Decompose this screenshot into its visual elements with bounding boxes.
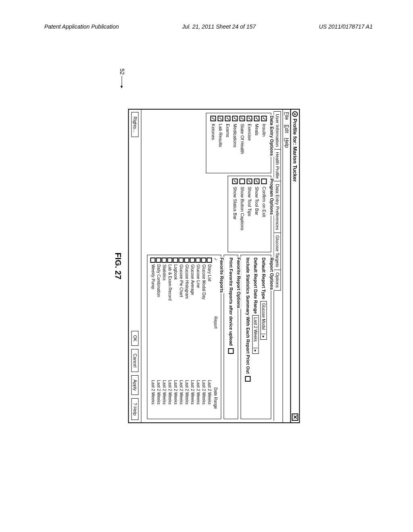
favorite-report-checkbox[interactable] [150, 258, 156, 263]
tab-glucose-targets[interactable]: Glucose Targets [274, 233, 281, 270]
callout-52: 52 [119, 69, 125, 88]
favorite-report-row: Glucose Modal DayLast 2 Weeks [201, 258, 206, 416]
favorite-report-row: StatisticsLast 2 Weeks [162, 258, 167, 416]
program-options-group: Program Options Confirm on ExitShow Tool… [228, 176, 271, 252]
print-after-upload-checkbox[interactable] [228, 348, 234, 354]
favorite-report-range: Last 2 Weeks [156, 380, 161, 416]
favorite-report-name: Glucose Pie Chart [179, 264, 184, 378]
favorite-report-range: Last 2 Weeks [190, 380, 195, 416]
menu-edit[interactable]: Edit [284, 125, 290, 133]
favorite-report-name: Diary List [207, 264, 212, 378]
apply-button[interactable]: Apply [131, 375, 139, 395]
report-options-title: Report Options [269, 257, 274, 291]
data-entry-2-checkbox[interactable] [247, 116, 252, 121]
data-entry-3-label: State Of Health [240, 124, 245, 154]
menu-file[interactable]: File [284, 112, 290, 120]
favorite-report-range: Last 2 Weeks [173, 380, 178, 416]
favorite-report-range: Last 2 Weeks [196, 380, 200, 416]
program-option-2-checkbox[interactable] [247, 179, 252, 184]
default-report-type-combo[interactable]: Glucose Modal ▸ [261, 301, 267, 340]
favorite-report-range: Last 2 Weeks [168, 380, 172, 416]
tab-options[interactable]: Options [274, 270, 281, 291]
close-button[interactable]: ✕ [292, 414, 298, 421]
dropdown-arrow-icon: ▸ [261, 334, 266, 339]
favorite-report-name: Weekly Pump [151, 264, 155, 378]
data-entry-3-checkbox[interactable] [240, 116, 245, 121]
favorite-report-row: Glucose AverageLast 2 Weeks [190, 258, 195, 416]
default-report-range-combo[interactable]: Last 2 Weeks ▸ [252, 315, 259, 354]
program-options-title: Program Options [269, 178, 274, 216]
rights-button[interactable]: Rights... [131, 112, 139, 137]
program-option-4-checkbox[interactable] [232, 179, 238, 184]
options-panel: Data Entry Options InsulinMealsExerciseS… [143, 111, 274, 421]
pub-center: Jul. 21, 2011 Sheet 24 of 157 [182, 23, 256, 30]
report-options-group: Report Options Default Report Type Gluco… [241, 255, 271, 419]
data-entry-5-checkbox[interactable] [225, 116, 231, 121]
figure-caption: FIG. 27 [113, 85, 123, 447]
favorite-report-checkbox[interactable] [184, 258, 190, 263]
titlebar: a Profile for: Marion Tucker ✕ [290, 110, 299, 422]
favorite-report-range: Last 2 Weeks [151, 380, 155, 416]
favorite-report-range: Last 2 Weeks [162, 380, 167, 416]
favorite-report-checkbox[interactable] [173, 258, 178, 263]
tab-health-profile[interactable]: Health Profile [274, 149, 281, 181]
favorite-report-range: Last 2 Weeks [185, 380, 189, 416]
favorite-report-row: Diary ListLast 2 Weeks [207, 258, 212, 416]
favorite-report-checkbox[interactable] [196, 258, 201, 263]
favorite-report-row: Weekly PumpLast 2 Weeks [150, 258, 156, 416]
favorite-reports-title: Favorite Reports [219, 257, 224, 293]
favorite-report-name: Glucose Modal Day [202, 264, 206, 378]
program-option-1-checkbox[interactable] [254, 179, 260, 184]
favorite-report-name: Daily Combination [156, 264, 161, 378]
program-option-3-checkbox[interactable] [240, 179, 245, 184]
data-entry-2-label: Exercise [247, 124, 252, 141]
data-entry-7-label: Ketones [211, 124, 216, 140]
profile-window: a Profile for: Marion Tucker ✕ File Edit… [128, 109, 300, 423]
data-entry-6-checkbox[interactable] [218, 116, 223, 121]
cancel-button[interactable]: Cancel [131, 349, 139, 372]
default-report-range-label: Default Report Date Range [253, 258, 258, 314]
program-option-3-label: Show Button Captions [240, 187, 245, 231]
favorite-report-name: Lab & Exam Record [168, 264, 172, 378]
favorite-report-checkbox[interactable] [201, 258, 206, 263]
data-entry-1-checkbox[interactable] [254, 116, 260, 121]
data-entry-4-checkbox[interactable] [232, 116, 238, 121]
pub-left: Patent Application Publication [44, 23, 119, 30]
data-entry-7-checkbox[interactable] [211, 116, 216, 121]
favorite-reports-header: ✓ Report Date Range [213, 258, 219, 416]
favorite-report-checkbox[interactable] [190, 258, 195, 263]
tab-user-information[interactable]: User Information [274, 111, 281, 150]
ok-button[interactable]: OK [131, 331, 139, 346]
favorite-report-row: Lab & Exam RecordLast 2 Weeks [167, 258, 173, 416]
data-entry-5-label: Exams [225, 124, 230, 137]
page-header: Patent Application Publication Jul. 21, … [0, 23, 413, 30]
menubar: File Edit Help [283, 110, 290, 422]
dropdown-arrow-icon: ▸ [253, 348, 258, 353]
tab-data-entry-prefs[interactable]: Data Entry Preferences [274, 181, 281, 233]
favorite-report-range: Last 2 Weeks [207, 380, 212, 416]
favorite-report-name: Statistics [162, 264, 167, 378]
favorite-report-name: Glucose Histogram [185, 264, 189, 378]
program-option-0-checkbox[interactable] [261, 179, 267, 184]
favorite-report-checkbox[interactable] [156, 258, 161, 263]
data-entry-0-label: Insulin [262, 124, 267, 137]
favorite-report-checkbox[interactable] [179, 258, 184, 263]
program-option-1-label: Show Tool Bar [254, 187, 259, 215]
favorite-reports-group: Favorite Reports ✓ Report Date Range Dia… [147, 255, 221, 419]
favorite-report-range: Last 2 Weeks [202, 380, 206, 416]
program-option-0-label: Confirm on Exit [262, 187, 267, 217]
favorite-report-checkbox[interactable] [207, 258, 212, 263]
menu-help[interactable]: Help [284, 138, 290, 148]
favorite-report-row: Glucose LineLast 2 Weeks [196, 258, 201, 416]
default-report-type-label: Default Report Type [261, 258, 266, 299]
include-stats-label: Include Statistics Summary With Each Rep… [246, 258, 250, 374]
favorite-report-checkbox[interactable] [162, 258, 167, 263]
data-entry-0-checkbox[interactable] [261, 116, 267, 121]
print-after-upload-label: Print Favorite Reports after device uplo… [229, 258, 234, 346]
favorite-report-checkbox[interactable] [167, 258, 173, 263]
help-button[interactable]: ? Help [131, 398, 139, 420]
program-option-4-label: Show Status Bar [233, 187, 238, 220]
favorite-report-row: Glucose HistogramLast 2 Weeks [184, 258, 190, 416]
include-stats-checkbox[interactable] [245, 376, 251, 382]
data-entry-4-label: Medications [233, 124, 238, 148]
